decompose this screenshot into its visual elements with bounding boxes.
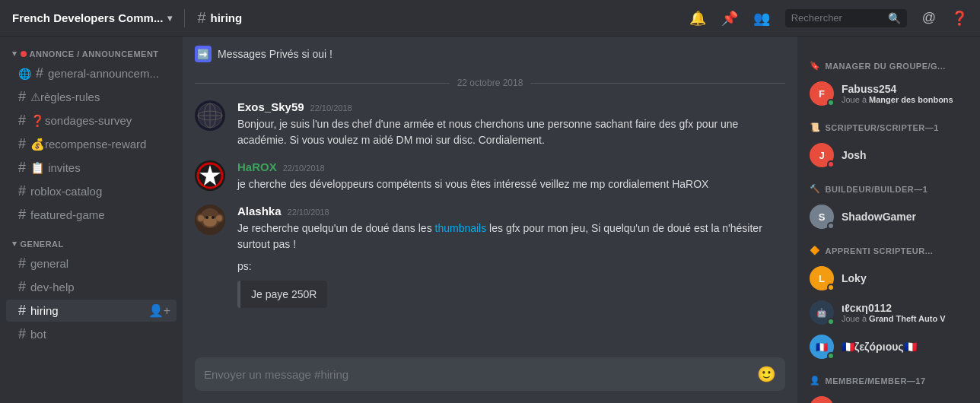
- category-manager: 🔖 MANAGER DU GROUPE/G...: [810, 61, 968, 71]
- author-name-alashka: Alashka: [237, 205, 282, 217]
- avatar-shadowgamer: S: [810, 205, 834, 229]
- hash-icon: #: [18, 89, 26, 105]
- channel-item-rules[interactable]: # ⚠règles-rules: [6, 86, 177, 108]
- help-icon[interactable]: ❓: [951, 10, 968, 27]
- channel-label: featured-game: [30, 208, 170, 221]
- member-name-fabuss254: Fabuss254: [842, 83, 968, 95]
- category-icon-manager: 🔖: [810, 61, 821, 71]
- channel-item-bot[interactable]: # bot: [6, 323, 177, 345]
- status-dot-shadowgamer: [827, 222, 835, 230]
- member-info-loky: Loky: [842, 272, 968, 284]
- message-content-exos: Exos_Sky59 22/10/2018 Bonjour, je suis l…: [237, 100, 785, 148]
- avatar-exos: [195, 100, 225, 131]
- at-icon[interactable]: @: [922, 10, 936, 26]
- system-message: ➡️ Messages Privés si oui !: [195, 43, 785, 65]
- member-fabuss254[interactable]: F Fabuss254 Joue à Manger des bonbons: [803, 77, 974, 110]
- avatar-ilckn0112: 🤖: [810, 300, 834, 325]
- message-group-alashka: Alashka 22/10/2018 Je recherche quelqu'u…: [195, 205, 785, 308]
- hash-icon: #: [18, 255, 26, 271]
- category-apprenti: 🔶 APPRENTI SCRIPTEUR...: [810, 246, 968, 255]
- svg-point-13: [198, 215, 204, 221]
- channel-item-dev-help[interactable]: # dev-help: [6, 276, 177, 298]
- pin-icon[interactable]: 📌: [721, 10, 738, 27]
- message-ps-alashka: ps:: [237, 259, 785, 274]
- channel-item-hiring[interactable]: # hiring 👤+: [6, 300, 177, 322]
- message-timestamp-exos: 22/10/2018: [310, 103, 352, 113]
- channel-item-survey[interactable]: # ❓sondages-survey: [6, 109, 177, 132]
- channel-item-general[interactable]: # general: [6, 252, 177, 274]
- member-name-shadowgamer: ShadowGamer: [842, 211, 968, 223]
- channel-item-featured-game[interactable]: # featured-game: [6, 204, 177, 226]
- svg-point-16: [205, 216, 208, 219]
- chat-input-wrapper[interactable]: 🙂: [195, 357, 785, 391]
- message-header-exos: Exos_Sky59 22/10/2018: [237, 100, 785, 113]
- member-ilckn0112[interactable]: 🤖 ιℓcκη0112 Joue à Grand Theft Auto V: [803, 296, 974, 329]
- member-info-josh: Josh: [842, 149, 968, 161]
- member-shadowgamer[interactable]: S ShadowGamer: [803, 200, 974, 233]
- hash-icon: #: [18, 326, 26, 342]
- members-sidebar: 🔖 MANAGER DU GROUPE/G... F Fabuss254 Jou…: [797, 36, 980, 403]
- status-dot-ilckn0112: [827, 318, 835, 325]
- member-name-zezorios: 🇫🇷ζεζóριους🇫🇷: [842, 341, 968, 353]
- emoji-icon[interactable]: 🙂: [757, 365, 776, 383]
- bell-icon[interactable]: 🔔: [689, 10, 706, 27]
- member-zezorios[interactable]: 🇫🇷 🇫🇷ζεζóριους🇫🇷: [803, 330, 974, 363]
- status-dot-josh: [827, 160, 835, 168]
- member-tazy[interactable]: 🇫🇷 [FMF] Tazy_B3TA: [803, 392, 974, 403]
- top-bar: French Developers Comm... ▾ # hiring 🔔 📌…: [0, 0, 980, 36]
- message-timestamp-alashka: 22/10/2018: [288, 208, 329, 217]
- avatar-tazy: 🇫🇷: [810, 396, 834, 403]
- status-dot-loky: [827, 284, 835, 291]
- category-general[interactable]: ▾ GENERAL: [0, 227, 183, 252]
- category-announcement[interactable]: ▾ ANNONCE / ANNOUNCEMENT: [0, 36, 183, 62]
- date-divider: 22 octobre 2018: [195, 78, 785, 88]
- author-name-harox: HaROX: [237, 160, 277, 173]
- category-icon-scripteur: 📜: [810, 122, 821, 132]
- add-member-icon[interactable]: 👤+: [148, 303, 170, 318]
- hash-icon: #: [18, 207, 26, 223]
- system-text: Messages Privés si oui !: [218, 48, 332, 60]
- channel-label: 📋 invites: [30, 161, 170, 175]
- messages-container[interactable]: ➡️ Messages Privés si oui ! 22 octobre 2…: [183, 36, 797, 357]
- member-info-ilckn0112: ιℓcκη0112 Joue à Grand Theft Auto V: [842, 302, 968, 323]
- hash-icon: #: [18, 113, 26, 129]
- top-bar-left: French Developers Comm... ▾ # hiring: [12, 9, 242, 27]
- member-loky[interactable]: L Loky: [803, 262, 974, 295]
- members-icon[interactable]: 👥: [753, 10, 770, 27]
- channel-name-label: hiring: [211, 11, 243, 24]
- channel-item-general-announcements[interactable]: 🌐 # general-announcem...: [6, 62, 177, 84]
- chat-input[interactable]: [204, 368, 757, 381]
- server-name[interactable]: French Developers Comm... ▾: [12, 11, 172, 24]
- message-group-exos: Exos_Sky59 22/10/2018 Bonjour, je suis l…: [195, 100, 785, 148]
- category-arrow: ▾: [12, 239, 18, 249]
- channel-item-invites[interactable]: # 📋 invites: [6, 157, 177, 179]
- category-label-apprenti: APPRENTI SCRIPTEUR...: [826, 246, 934, 255]
- channel-hash-icon: #: [197, 9, 205, 27]
- channel-item-reward[interactable]: # 💰recompense-reward: [6, 133, 177, 155]
- message-content-harox: HaROX 22/10/2018 je cherche des développ…: [237, 160, 785, 192]
- server-dropdown-icon[interactable]: ▾: [167, 13, 172, 24]
- sidebar: ▾ ANNONCE / ANNOUNCEMENT 🌐 # general-ann…: [0, 36, 183, 403]
- hash-icon: #: [18, 183, 26, 199]
- avatar-fabuss254: F: [810, 81, 834, 106]
- search-input[interactable]: [791, 12, 883, 24]
- channel-item-roblox-catalog[interactable]: # roblox-catalog: [6, 180, 177, 202]
- channel-label: general: [30, 257, 170, 270]
- channel-label: ⚠règles-rules: [30, 90, 170, 104]
- category-label-scripteur: SCRIPTEUR/SCRIPTER—1: [826, 123, 939, 132]
- message-header-harox: HaROX 22/10/2018: [237, 160, 785, 173]
- channel-label: general-announcem...: [48, 67, 170, 80]
- channel-label: hiring: [30, 304, 144, 317]
- message-timestamp-harox: 22/10/2018: [283, 163, 325, 173]
- status-dot-zezorios: [827, 352, 835, 360]
- message-text-harox: je cherche des développeurs compétents s…: [237, 176, 785, 192]
- category-label-manager: MANAGER DU GROUPE/G...: [826, 62, 946, 71]
- globe-icon: 🌐: [18, 68, 31, 80]
- member-info-shadowgamer: ShadowGamer: [842, 211, 968, 223]
- search-box[interactable]: 🔍: [785, 9, 907, 27]
- main-layout: ▾ ANNONCE / ANNOUNCEMENT 🌐 # general-ann…: [0, 36, 980, 403]
- system-icon: ➡️: [195, 46, 212, 62]
- member-josh[interactable]: J Josh: [803, 138, 974, 172]
- member-status-fabuss254: Joue à Manger des bonbons: [842, 95, 968, 104]
- message-content-alashka: Alashka 22/10/2018 Je recherche quelqu'u…: [237, 205, 785, 308]
